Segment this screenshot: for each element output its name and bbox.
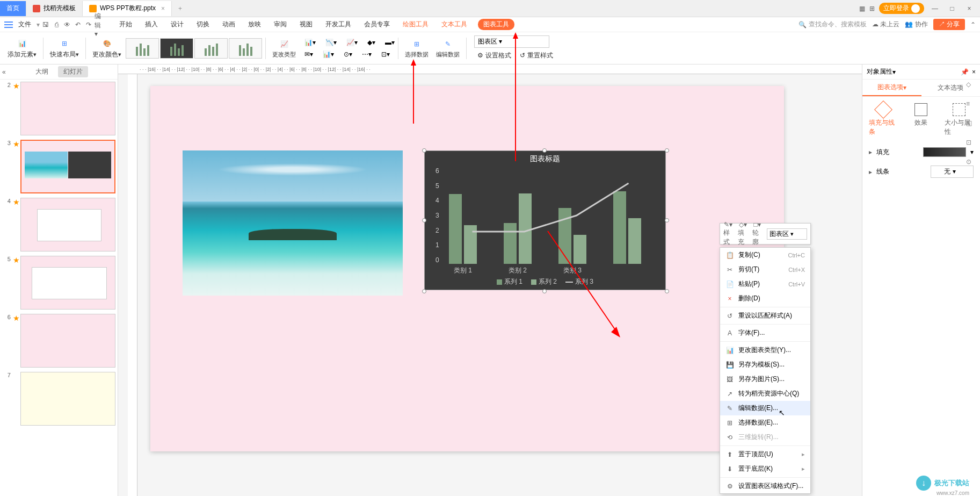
slide-thumb-5[interactable]	[20, 256, 115, 310]
pin-icon[interactable]: 📌	[961, 68, 969, 76]
slide-thumb-4[interactable]	[20, 198, 115, 251]
chart-icon-1[interactable]: 📊▾	[304, 39, 316, 46]
tab-text-tools[interactable]: 文本工具	[439, 19, 469, 30]
tab-start[interactable]: 开始	[117, 19, 134, 30]
tab-chart-tools[interactable]: 图表工具	[478, 19, 514, 30]
fill-preview[interactable]	[923, 147, 966, 157]
chart-style-4[interactable]	[229, 38, 262, 59]
ctx-copy[interactable]: 📋复制(C)Ctrl+C	[720, 248, 810, 262]
apps-icon[interactable]: ⊞	[869, 5, 875, 12]
save-icon[interactable]: 🖫	[41, 20, 50, 30]
side-icon-2[interactable]: ≡	[966, 100, 977, 111]
ctx-reset-style[interactable]: ↺重设以匹配样式(A)	[720, 308, 810, 323]
undo-icon[interactable]: ↶	[73, 20, 83, 30]
minimize-button[interactable]: —	[928, 5, 941, 12]
tab-review[interactable]: 审阅	[272, 19, 289, 30]
change-type-button[interactable]: 📈更改类型	[269, 32, 299, 64]
tab-developer[interactable]: 开发工具	[323, 19, 353, 30]
maximize-button[interactable]: □	[946, 5, 959, 12]
ctx-change-type[interactable]: 📊更改图表类型(Y)...	[720, 343, 810, 357]
ctx-save-template[interactable]: 💾另存为模板(S)...	[720, 357, 810, 372]
chart-style-2[interactable]	[160, 38, 193, 59]
slide-thumb-2[interactable]	[20, 82, 115, 135]
chart-element-select[interactable]: 图表区 ▾	[474, 35, 549, 48]
beach-image[interactable]	[183, 150, 403, 296]
ctx-paste[interactable]: 📄粘贴(P)Ctrl+V	[720, 277, 810, 291]
tab-slideshow[interactable]: 放映	[246, 19, 263, 30]
redo-icon[interactable]: ↷	[84, 20, 93, 30]
outline-tab[interactable]: 大纲	[30, 66, 54, 77]
close-button[interactable]: ×	[963, 5, 976, 12]
chart-icon-7[interactable]: 📊▾	[323, 51, 334, 58]
login-button[interactable]: 立即登录	[879, 3, 924, 14]
chart-icon-4[interactable]: ◆▾	[367, 39, 375, 46]
chart-style-1[interactable]	[126, 38, 159, 59]
mini-outline-button[interactable]: □▾轮廓	[752, 221, 763, 247]
tab-animation[interactable]: 动画	[220, 19, 237, 30]
chart-icon-10[interactable]: ⊡▾	[381, 51, 390, 58]
file-menu[interactable]: 文件	[14, 19, 35, 30]
chart-icon-6[interactable]: ✉▾	[304, 51, 313, 58]
edit-data-button[interactable]: ✎编辑数据	[433, 32, 463, 64]
ctx-edit-data[interactable]: ✎编辑数据(E)...	[720, 401, 810, 415]
edit-menu[interactable]: 编辑 ▾	[95, 20, 104, 30]
print-icon[interactable]: ⎙	[52, 20, 61, 30]
quick-layout-button[interactable]: ⊞快速布局▾	[47, 32, 82, 64]
collapse-panel-icon[interactable]: «	[2, 68, 6, 76]
slide-thumb-7[interactable]	[20, 372, 115, 426]
reset-style-button[interactable]: ↺ 重置样式	[517, 50, 556, 61]
preview-icon[interactable]: 👁	[62, 20, 72, 30]
search-box[interactable]: 🔍 查找命令、搜索模板	[798, 20, 867, 29]
rp-tab-chart-options[interactable]: 图表选项 ▾	[862, 80, 921, 96]
chart-icon-2[interactable]: 📉▾	[325, 39, 337, 46]
ctx-cut[interactable]: ✂剪切(T)Ctrl+X	[720, 262, 810, 277]
add-element-button[interactable]: 📊添加元素▾	[4, 32, 40, 64]
template-tab[interactable]: 找稻壳模板	[26, 1, 83, 16]
tab-view[interactable]: 视图	[297, 19, 315, 30]
mini-element-select[interactable]: 图表区 ▾	[767, 228, 807, 240]
ctx-send-back[interactable]: ⬇置于底层(K)▸	[720, 462, 810, 476]
ctx-save-image[interactable]: 🖼另存为图片(S)...	[720, 372, 810, 386]
collab-button[interactable]: 👥 协作	[905, 20, 927, 29]
side-icon-3[interactable]: ◫	[966, 119, 977, 130]
ctx-font[interactable]: A字体(F)...	[720, 326, 810, 340]
mini-fill-button[interactable]: ◇▾填充	[738, 221, 748, 247]
hamburger-icon[interactable]	[4, 21, 13, 28]
change-color-button[interactable]: 🎨更改颜色▾	[89, 32, 125, 64]
mini-style-button[interactable]: ✎▾样式	[723, 221, 734, 247]
set-format-button[interactable]: ⚙ 设置格式	[474, 50, 514, 61]
chart-icon-8[interactable]: ⊙▾	[344, 51, 352, 58]
close-icon[interactable]: ×	[161, 5, 165, 12]
tab-design[interactable]: 设计	[169, 19, 186, 30]
slide-thumb-3[interactable]	[20, 140, 115, 193]
chart-object[interactable]: 图表标题 6543210 类别 1类别 2类别 3类别 4 系列 1 系列 2 …	[424, 150, 666, 290]
select-data-button[interactable]: ⊞选择数据	[402, 32, 432, 64]
ctx-select-data[interactable]: ⊞选择数据(E)...	[720, 415, 810, 430]
ctx-format-area[interactable]: ⚙设置图表区域格式(F)...	[720, 479, 810, 493]
collapse-ribbon-icon[interactable]: ⌃	[970, 21, 976, 28]
chart-icon-3[interactable]: 📈▾	[346, 39, 358, 46]
slide-thumb-6[interactable]	[20, 314, 115, 368]
grid-icon[interactable]: ▦	[859, 5, 865, 12]
ctx-transfer[interactable]: ↗转为稻壳资源中心(Q)	[720, 386, 810, 401]
chart-icon-9[interactable]: ⋯▾	[362, 51, 372, 58]
ctx-bring-front[interactable]: ⬆置于顶层(U)▸	[720, 447, 810, 462]
close-panel-icon[interactable]: ×	[972, 68, 976, 76]
cloud-status[interactable]: ☁ 未上云	[872, 20, 899, 29]
share-button[interactable]: ↗ 分享	[933, 19, 965, 30]
rp-fill-line-tab[interactable]: 填充与线条	[867, 101, 900, 139]
rp-effects-tab[interactable]: 效果	[904, 101, 938, 139]
tab-insert[interactable]: 插入	[143, 19, 160, 30]
slide-canvas[interactable]: 图表标题 6543210 类别 1类别 2类别 3类别 4 系列 1 系列 2 …	[150, 86, 784, 451]
tab-member[interactable]: 会员专享	[362, 19, 392, 30]
tab-transition[interactable]: 切换	[194, 19, 212, 30]
chart-style-3[interactable]	[194, 38, 228, 59]
new-tab-button[interactable]: +	[172, 5, 188, 12]
chart-icon-5[interactable]: ▬▾	[385, 39, 395, 46]
side-icon-4[interactable]: ⊡	[966, 139, 977, 149]
slides-tab[interactable]: 幻灯片	[58, 66, 88, 77]
ctx-delete[interactable]: ×删除(D)	[720, 291, 810, 306]
side-icon-1[interactable]: ◇	[966, 81, 977, 91]
chart-title[interactable]: 图表标题	[425, 151, 665, 167]
tab-draw-tools[interactable]: 绘图工具	[401, 19, 431, 30]
